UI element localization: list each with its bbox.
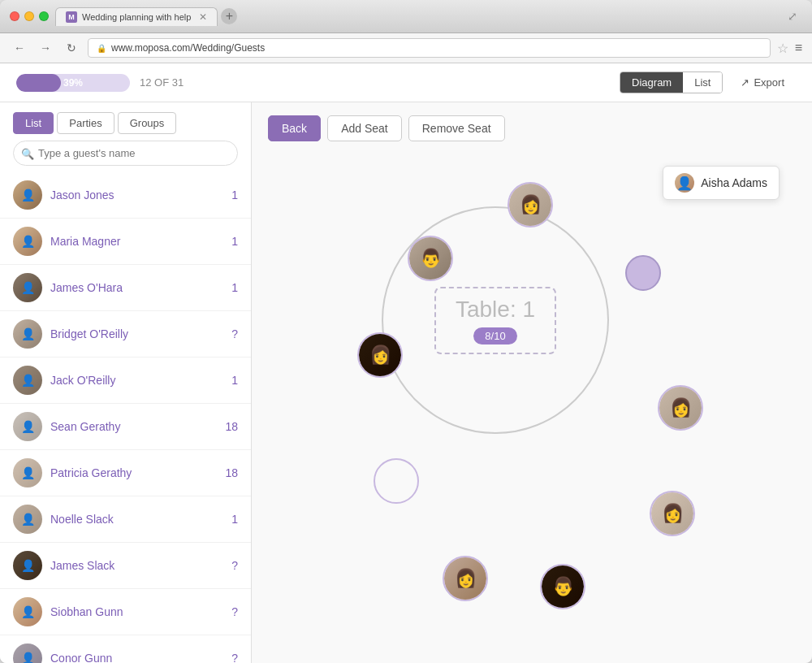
guests-count: 12 OF 31 bbox=[140, 76, 184, 89]
minimize-button[interactable] bbox=[24, 11, 34, 21]
tooltip-avatar: 👤 bbox=[675, 173, 694, 193]
browser-nav: ← → ↻ 🔒 www.moposa.com/Wedding/Guests ☆ … bbox=[0, 33, 812, 63]
back-nav-button[interactable]: ← bbox=[10, 38, 29, 58]
seat-bottom-1[interactable]: 👩 bbox=[443, 556, 488, 601]
guest-count: 18 bbox=[225, 466, 238, 479]
export-icon: ↗ bbox=[741, 76, 749, 89]
progress-bar-container: 39% bbox=[16, 74, 130, 92]
bookmark-icon[interactable]: ☆ bbox=[777, 41, 788, 56]
list-view-button[interactable]: List bbox=[683, 72, 722, 93]
avatar: 👤 bbox=[13, 273, 42, 302]
guest-name: Maria Magner bbox=[50, 235, 231, 248]
list-item[interactable]: 👤 Siobhan Gunn ? bbox=[0, 589, 251, 635]
guest-name: Bridget O'Reilly bbox=[50, 327, 231, 340]
tab-parties[interactable]: Parties bbox=[57, 112, 114, 134]
avatar: 👤 bbox=[13, 505, 42, 534]
seat-bottom-left[interactable] bbox=[374, 458, 419, 504]
list-item[interactable]: 👤 James O'Hara 1 bbox=[0, 265, 251, 311]
progress-section: 39% 12 OF 31 bbox=[16, 74, 184, 92]
list-item[interactable]: 👤 Sean Gerathy 18 bbox=[0, 404, 251, 450]
seat-top-left[interactable]: 👨 bbox=[408, 236, 453, 281]
guest-name: James O'Hara bbox=[50, 281, 231, 294]
lock-icon: 🔒 bbox=[97, 44, 106, 53]
window-resize-icon[interactable]: ⤢ bbox=[783, 6, 802, 26]
guest-count: 1 bbox=[231, 235, 238, 248]
search-icon: 🔍 bbox=[21, 147, 34, 159]
view-toggle: Diagram List bbox=[620, 72, 723, 93]
tooltip-name: Aisha Adams bbox=[701, 176, 767, 189]
progress-label: 39% bbox=[63, 77, 83, 89]
guest-count: 1 bbox=[231, 374, 238, 387]
sidebar: List Parties Groups 🔍 👤 Jason Jones 1 bbox=[0, 102, 252, 663]
seat-left[interactable]: 👩 bbox=[357, 332, 403, 378]
search-input[interactable] bbox=[13, 141, 238, 166]
tab-close-icon[interactable]: ✕ bbox=[199, 11, 207, 23]
diagram-view-button[interactable]: Diagram bbox=[620, 72, 683, 93]
list-item[interactable]: 👤 Patricia Gerathy 18 bbox=[0, 450, 251, 496]
diagram-area: Back Add Seat Remove Seat 👤 Aisha Adams … bbox=[252, 102, 812, 663]
list-item[interactable]: 👤 James Slack ? bbox=[0, 543, 251, 589]
avatar: 👤 bbox=[13, 644, 42, 663]
avatar: 👤 bbox=[13, 319, 42, 349]
guest-count: ? bbox=[231, 559, 238, 572]
list-item[interactable]: 👤 Conor Gunn ? bbox=[0, 635, 251, 663]
browser-tab[interactable]: M Wedding planning with help ✕ bbox=[55, 7, 218, 26]
progress-bar-fill bbox=[16, 74, 61, 92]
guest-count: 1 bbox=[231, 188, 238, 202]
list-item[interactable]: 👤 Noelle Slack 1 bbox=[0, 496, 251, 543]
app-content: 39% 12 OF 31 Diagram List ↗ Export Li bbox=[0, 63, 812, 663]
seat-right-middle[interactable]: 👩 bbox=[658, 385, 703, 431]
guest-name: Conor Gunn bbox=[50, 652, 231, 663]
guest-name: Siobhan Gunn bbox=[50, 605, 231, 618]
list-item[interactable]: 👤 Bridget O'Reilly ? bbox=[0, 311, 251, 358]
url-text: www.moposa.com/Wedding/Guests bbox=[111, 42, 265, 54]
menu-icon[interactable]: ≡ bbox=[795, 41, 802, 55]
diagram-toolbar: Back Add Seat Remove Seat bbox=[268, 115, 796, 141]
back-button[interactable]: Back bbox=[268, 115, 321, 141]
browser-window: M Wedding planning with help ✕ + ⤢ ← → ↻… bbox=[0, 0, 812, 663]
guest-name: Jack O'Reilly bbox=[50, 374, 231, 387]
avatar: 👤 bbox=[13, 412, 42, 441]
tab-groups[interactable]: Groups bbox=[118, 112, 177, 134]
person-tooltip: 👤 Aisha Adams bbox=[663, 166, 780, 200]
avatar: 👤 bbox=[13, 597, 42, 626]
table-count: 8/10 bbox=[473, 327, 516, 344]
export-label: Export bbox=[754, 76, 784, 89]
refresh-nav-button[interactable]: ↻ bbox=[62, 38, 81, 58]
new-tab-button[interactable]: + bbox=[221, 8, 237, 24]
list-item[interactable]: 👤 Maria Magner 1 bbox=[0, 219, 251, 265]
table-label-box: Table: 1 8/10 bbox=[434, 287, 556, 354]
close-button[interactable] bbox=[10, 11, 19, 21]
view-controls: Diagram List ↗ Export bbox=[620, 72, 796, 93]
avatar: 👤 bbox=[13, 366, 42, 395]
avatar: 👤 bbox=[13, 551, 42, 580]
tab-list[interactable]: List bbox=[13, 112, 54, 134]
avatar: 👤 bbox=[13, 180, 42, 210]
seat-top-right[interactable]: 👩 bbox=[508, 182, 553, 228]
maximize-button[interactable] bbox=[39, 11, 49, 21]
guest-count: ? bbox=[231, 652, 238, 663]
sidebar-search[interactable]: 🔍 bbox=[13, 141, 238, 166]
guest-list: 👤 Jason Jones 1 👤 Maria Magner 1 👤 James… bbox=[0, 172, 251, 663]
guest-name: Noelle Slack bbox=[50, 513, 231, 526]
browser-titlebar: M Wedding planning with help ✕ + ⤢ bbox=[0, 0, 812, 33]
avatar: 👤 bbox=[13, 227, 42, 256]
list-item[interactable]: 👤 Jack O'Reilly 1 bbox=[0, 358, 251, 404]
seat-right-bottom[interactable]: 👩 bbox=[650, 491, 695, 536]
forward-nav-button[interactable]: → bbox=[36, 38, 55, 58]
tab-bar: M Wedding planning with help ✕ + bbox=[55, 7, 776, 26]
guest-count: ? bbox=[231, 605, 238, 618]
export-button[interactable]: ↗ Export bbox=[729, 72, 796, 93]
guest-count: 1 bbox=[231, 513, 238, 526]
remove-seat-button[interactable]: Remove Seat bbox=[408, 115, 505, 141]
seat-bottom-2[interactable]: 👨 bbox=[540, 564, 585, 609]
guest-count: ? bbox=[231, 327, 238, 340]
guest-count: 18 bbox=[225, 420, 238, 433]
seat-right-top-empty[interactable] bbox=[625, 255, 661, 291]
sidebar-tabs: List Parties Groups bbox=[0, 102, 251, 141]
app-topbar: 39% 12 OF 31 Diagram List ↗ Export bbox=[0, 63, 812, 102]
address-bar[interactable]: 🔒 www.moposa.com/Wedding/Guests bbox=[88, 38, 771, 58]
avatar: 👤 bbox=[13, 458, 42, 488]
list-item[interactable]: 👤 Jason Jones 1 bbox=[0, 172, 251, 219]
add-seat-button[interactable]: Add Seat bbox=[327, 115, 402, 141]
